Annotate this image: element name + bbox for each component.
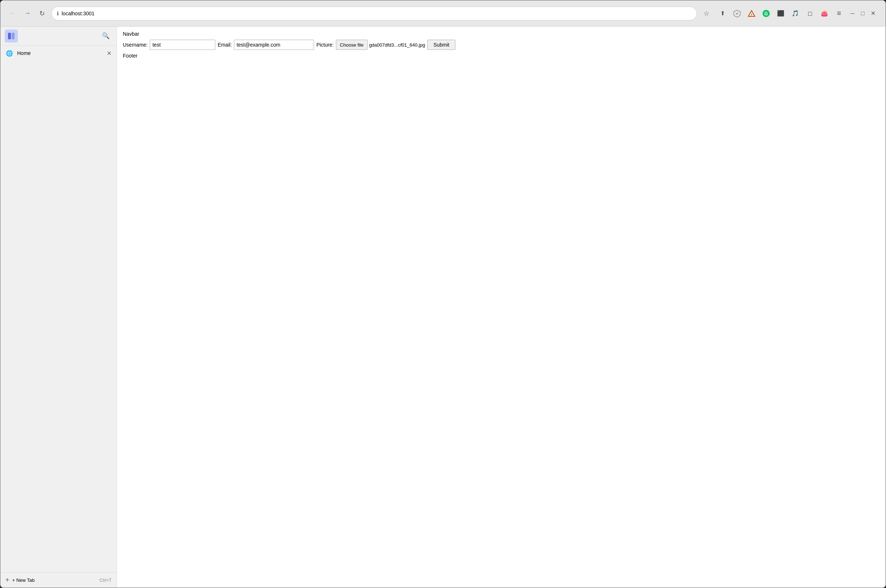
page-footer: Footer [123,53,880,58]
sidebar: 🔍 🌐 Home ✕ + + New Tab Ctrl+T [0,27,117,588]
grammarly-button[interactable]: G [760,7,773,20]
alert-icon: ! [748,9,755,18]
alert-button[interactable]: ! [745,7,758,20]
wallet-button[interactable]: 👛 [818,7,831,20]
address-bar-container: ℹ localhost:3001 [51,6,697,20]
split-button[interactable]: ◻ [803,7,817,20]
minimize-button[interactable]: ─ [848,9,856,18]
tab-close-button[interactable]: ✕ [107,50,111,57]
reload-button[interactable]: ↻ [35,7,48,20]
grammarly-icon: G [762,9,770,18]
close-button[interactable]: ✕ [869,9,877,18]
svg-rect-4 [12,33,15,39]
home-favicon-icon: 🌐 [6,49,14,57]
extensions-button[interactable]: 🎵 [789,7,802,20]
svg-text:G: G [764,11,767,16]
sidebar-toggle-icon [7,32,15,40]
choose-file-button[interactable]: Choose file [336,40,368,50]
browser-window: ← → ↻ ℹ localhost:3001 ☆ ⬆ [0,0,886,588]
username-input[interactable] [150,40,215,50]
sidebar-item-home[interactable]: 🌐 Home ✕ [0,45,117,61]
shield-button[interactable] [730,7,743,20]
svg-rect-3 [8,33,11,39]
svg-text:!: ! [751,13,752,16]
new-tab-icon: + [6,576,9,584]
maximize-button[interactable]: □ [859,9,867,18]
shield-icon [733,9,741,18]
share-button[interactable]: ⬆ [716,7,729,20]
sidebar-search-button[interactable]: 🔍 [99,30,112,43]
username-label: Username: [123,42,147,48]
page-navbar: Navbar [123,31,880,37]
title-bar: ← → ↻ ℹ localhost:3001 ☆ ⬆ [0,0,886,27]
forward-button[interactable]: → [21,7,34,20]
security-icon: ℹ [57,10,59,16]
toolbar-icons: ⬆ ! G ⬛ 🎵 ◻ 👛 [716,7,845,20]
pip-button[interactable]: ⬛ [774,7,787,20]
sidebar-toggle-button[interactable] [5,30,18,43]
picture-label: Picture: [316,42,333,48]
file-name-display: gda007dfd3...cf01_640.jpg [369,42,425,48]
new-tab-label: + New Tab [12,578,35,583]
address-text: localhost:3001 [62,10,692,16]
menu-button[interactable]: ≡ [832,7,845,20]
new-tab-button[interactable]: + + New Tab Ctrl+T [0,572,117,588]
file-input-wrapper: Choose file gda007dfd3...cf01_640.jpg [336,40,425,50]
submit-button[interactable]: Submit [427,40,456,50]
sidebar-item-home-label: Home [17,50,31,56]
window-controls: ─ □ ✕ [848,9,877,18]
main-area: 🔍 🌐 Home ✕ + + New Tab Ctrl+T Navbar Use… [0,27,886,588]
bookmark-button[interactable]: ☆ [700,7,713,20]
form-row: Username: Email: Picture: Choose file gd… [123,40,880,50]
sidebar-header: 🔍 [0,27,117,45]
new-tab-shortcut: Ctrl+T [99,578,111,583]
address-bar[interactable]: ℹ localhost:3001 [51,6,697,20]
back-button[interactable]: ← [6,7,19,20]
email-label: Email: [218,42,232,48]
page-content: Navbar Username: Email: Picture: Choose … [117,27,886,588]
nav-buttons: ← → ↻ [6,7,48,20]
email-input[interactable] [234,40,314,50]
